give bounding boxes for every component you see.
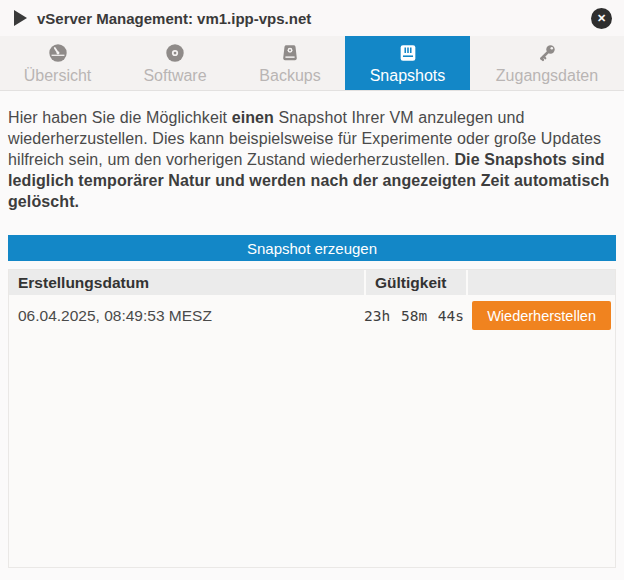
tab-software[interactable]: Software (115, 36, 235, 90)
table-row: 06.04.2025, 08:49:53 MESZ 23h 58m 44s Wi… (9, 301, 615, 330)
table-header-row: Erstellungsdatum Gültigkeit (9, 270, 615, 295)
snapshot-validity-countdown: 23h 58m 44s (364, 308, 464, 324)
tab-label: Übersicht (24, 67, 92, 85)
tab-snapshots[interactable]: Snapshots (345, 36, 470, 90)
titlebar: vServer Management: vm1.ipp-vps.net ✕ (0, 0, 624, 36)
desc-segment-bold: einen (232, 109, 274, 126)
tab-label: Software (143, 67, 206, 85)
tabbar: Übersicht Software Backup (0, 36, 624, 91)
tab-label: Snapshots (370, 67, 446, 85)
tab-label: Zugangsdaten (496, 67, 598, 85)
snapshots-panel: Hier haben Sie die Möglichkeit einen Sna… (0, 107, 624, 568)
disc-icon (164, 42, 186, 64)
restore-button[interactable]: Wiederherstellen (472, 301, 611, 330)
snapshot-table: Erstellungsdatum Gültigkeit 06.04.2025, … (8, 269, 616, 568)
tab-uebersicht[interactable]: Übersicht (0, 36, 115, 90)
header-erstellungsdatum: Erstellungsdatum (9, 270, 364, 295)
desc-segment: Hier haben Sie die Möglichkeit (8, 109, 232, 126)
tab-zugangsdaten[interactable]: Zugangsdaten (470, 36, 624, 90)
tab-label: Backups (259, 67, 320, 85)
snapshot-created-date: 06.04.2025, 08:49:53 MESZ (9, 307, 364, 325)
key-icon (536, 42, 558, 64)
vserver-management-window: vServer Management: vm1.ipp-vps.net ✕ Üb… (0, 0, 624, 580)
window-title: vServer Management: vm1.ipp-vps.net (37, 10, 311, 27)
row-actions: Wiederherstellen (464, 301, 615, 330)
gauge-icon (47, 42, 69, 64)
close-icon[interactable]: ✕ (591, 8, 612, 29)
tab-backups[interactable]: Backups (235, 36, 345, 90)
snapshot-icon (397, 42, 419, 64)
snapshot-description: Hier haben Sie die Möglichkeit einen Sna… (8, 107, 610, 212)
header-actions (468, 270, 615, 295)
backup-icon (279, 42, 301, 64)
create-snapshot-button[interactable]: Snapshot erzeugen (8, 235, 616, 261)
header-gueltigkeit: Gültigkeit (366, 270, 466, 295)
play-icon (14, 10, 27, 26)
